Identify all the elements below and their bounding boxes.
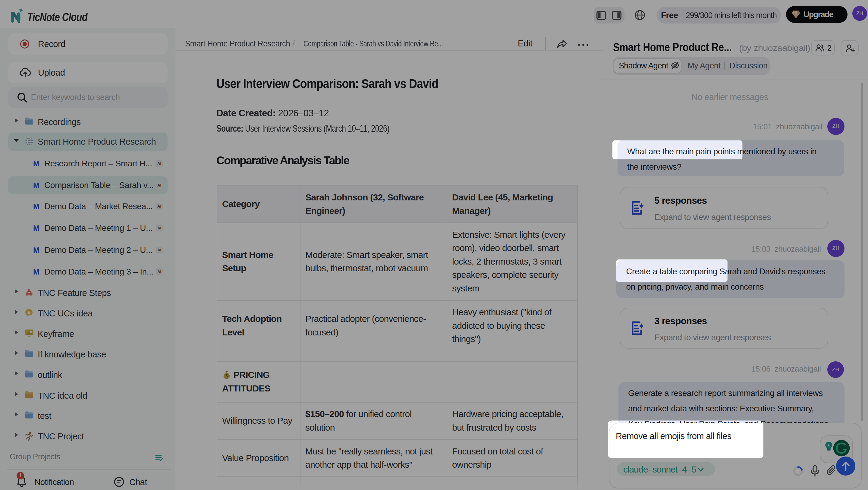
svg-text:$: $	[225, 373, 228, 378]
